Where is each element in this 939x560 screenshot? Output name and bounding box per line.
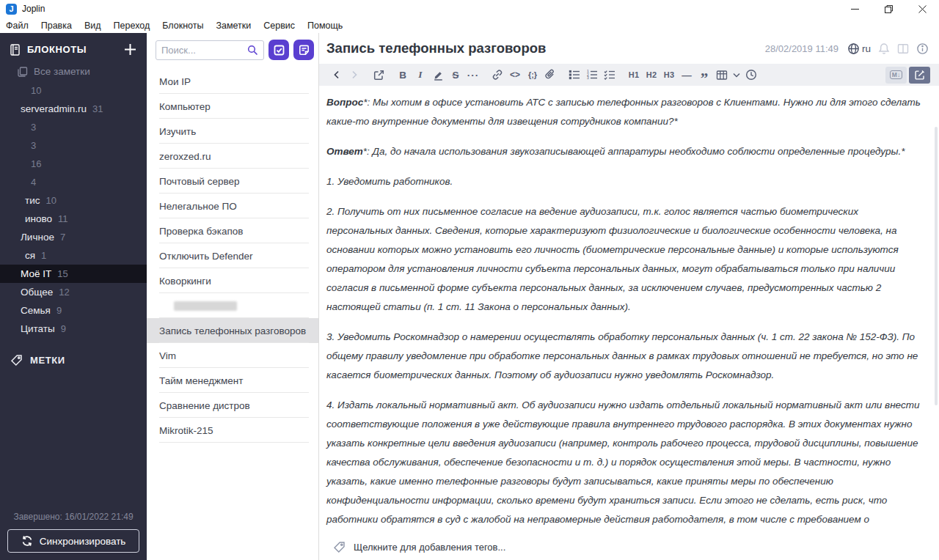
more-options-icon[interactable]: ··· — [464, 66, 482, 84]
markdown-editor-toggle[interactable]: M↓ — [885, 67, 907, 84]
restore-window-icon[interactable] — [872, 0, 905, 18]
bulleted-list-icon[interactable] — [566, 66, 583, 84]
menu-item[interactable]: Помощь — [307, 21, 343, 31]
note-list-item[interactable] — [147, 293, 318, 318]
minimize-icon[interactable] — [838, 0, 872, 18]
note-body[interactable]: Вопрос*: Мы хотим в офисе установить АТС… — [319, 86, 939, 534]
note-count-badge: 1 — [41, 246, 46, 265]
note-list-item[interactable]: Сравнение дистров — [147, 393, 318, 418]
note-count-badge: 9 — [61, 320, 66, 338]
sidebar-item-all-notes[interactable]: Все заметки — [0, 63, 147, 81]
menu-item[interactable]: Файл — [6, 21, 29, 31]
note-count-badge: 11 — [58, 210, 68, 228]
note-list-item[interactable]: zeroxzed.ru — [147, 144, 318, 169]
menu-item[interactable]: Блокноты — [162, 21, 203, 31]
note-list-item[interactable]: Компьютер — [147, 94, 318, 119]
sidebar-notebook-item[interactable]: serveradmin.ru 31 — [0, 100, 147, 118]
new-notebook-plus-icon[interactable] — [124, 43, 136, 56]
note-list-item[interactable]: Почтовый сервер — [147, 169, 318, 194]
menu-item[interactable]: Правка — [41, 21, 72, 31]
heading3-button[interactable]: H3 — [660, 66, 678, 84]
note-properties-info-icon[interactable] — [916, 43, 929, 55]
note-list-item[interactable]: Проверка бэкапов — [147, 218, 318, 243]
sidebar-notebook-item[interactable]: Общее 12 — [0, 283, 147, 301]
chevron-down-icon[interactable] — [731, 66, 742, 84]
note-list-item[interactable]: Нелегальное ПО — [147, 194, 318, 218]
highlight-pen-icon[interactable] — [429, 66, 447, 84]
note-count-badge: 9 — [56, 301, 62, 320]
spellcheck-globe-icon[interactable] — [847, 43, 860, 55]
horizontal-rule-button[interactable]: — — [678, 66, 695, 84]
code-block-button[interactable]: {;} — [524, 66, 541, 84]
tag-bar[interactable]: Щелкните для добавления тегов... — [319, 534, 939, 560]
heading2-button[interactable]: H2 — [643, 66, 660, 84]
sidebar-notebook-item[interactable]: ся 1 — [0, 246, 59, 265]
note-page-icon — [299, 45, 310, 56]
note-title[interactable]: Запись телефонных разговоров — [326, 40, 758, 56]
richtext-editor-toggle[interactable] — [909, 67, 930, 84]
editor-layout-toggle: M↓ — [885, 67, 930, 84]
editor-scrollbar[interactable] — [935, 127, 938, 405]
bold-button[interactable]: B — [394, 66, 412, 84]
note-count-badge: 3 — [31, 136, 36, 155]
sidebar-notebook-item[interactable]: 3 — [0, 118, 70, 136]
sidebar-notebook-item[interactable]: тис 10 — [0, 191, 40, 210]
inline-code-button[interactable]: <> — [506, 66, 524, 84]
checkbox-check-icon — [274, 45, 285, 56]
synchronise-button[interactable]: Синхронизировать — [7, 529, 139, 553]
new-note-button[interactable] — [293, 40, 314, 60]
note-list-item[interactable]: Отключить Defender — [147, 243, 318, 268]
italic-button[interactable]: I — [412, 66, 429, 84]
note-count-badge: 7 — [60, 228, 65, 246]
note-list-item[interactable]: Тайм менеджмент — [147, 368, 318, 393]
toggle-sidebar-layout-icon[interactable] — [897, 43, 909, 54]
sidebar-notebook-item[interactable]: Моё IT 15 — [0, 265, 147, 283]
strikethrough-button[interactable]: S — [447, 66, 464, 84]
heading1-button[interactable]: H1 — [625, 66, 643, 84]
note-paragraph: Ответ*: Да, до начала использования звук… — [326, 142, 921, 161]
alarm-bell-icon[interactable] — [878, 43, 890, 55]
sidebar-notebook-item[interactable]: Цитаты 9 — [0, 320, 147, 338]
note-list: Мои IP Компьютер Изучить zeroxzed.ru — [147, 69, 318, 443]
menu-item[interactable]: Переход — [114, 21, 150, 31]
editor-panel: Запись телефонных разговоров 28/02/2019 … — [319, 33, 939, 560]
note-list-item[interactable]: Vim — [147, 343, 318, 368]
note-paragraph: 4. Издать локальный нормативный акт. Об … — [326, 396, 921, 534]
note-list-item[interactable]: Мои IP — [147, 69, 318, 94]
blockquote-button[interactable]: ” — [695, 66, 713, 84]
note-list-item[interactable]: Mikrotik-215 — [147, 418, 318, 443]
attach-file-icon[interactable] — [541, 66, 559, 84]
sidebar-tags-section: МЕТКИ — [0, 354, 147, 366]
all-notes-icon — [18, 67, 28, 77]
sidebar-notebook-item[interactable]: 3 — [0, 136, 44, 155]
sidebar-notebook-item[interactable]: иново 11 — [0, 210, 40, 228]
note-paragraph: 2. Получить от них письменное согласие н… — [326, 202, 921, 317]
note-count-badge: 31 — [92, 100, 103, 118]
back-icon[interactable] — [328, 66, 346, 84]
joplin-logo-icon: J — [6, 4, 17, 15]
note-list-item[interactable]: Запись телефонных разговоров — [147, 318, 318, 343]
checklist-icon[interactable] — [601, 66, 618, 84]
new-todo-button[interactable] — [268, 40, 289, 60]
sidebar-notebook-item[interactable]: Семья 9 — [0, 301, 147, 320]
note-list-item[interactable]: Изучить — [147, 119, 318, 144]
note-paragraph: Вопрос*: Мы хотим в офисе установить АТС… — [326, 93, 921, 131]
menu-item[interactable]: Вид — [84, 21, 101, 31]
search-input[interactable] — [161, 45, 247, 56]
hyperlink-icon[interactable] — [489, 66, 506, 84]
tag-icon — [10, 354, 23, 366]
sidebar-notebook-item[interactable]: 16 — [0, 155, 33, 173]
menu-item[interactable]: Заметки — [216, 21, 251, 31]
external-edit-icon[interactable] — [370, 66, 387, 84]
sidebar-notebook-item[interactable]: 4 — [0, 173, 35, 191]
forward-icon[interactable] — [346, 66, 363, 84]
sidebar-notebook-item[interactable]: 10 — [0, 81, 37, 100]
note-list-item[interactable]: Коворкинги — [147, 268, 318, 293]
insert-table-icon[interactable] — [713, 66, 731, 84]
menu-item[interactable]: Сервис — [263, 21, 295, 31]
close-icon[interactable] — [905, 0, 939, 18]
sidebar-notebook-item[interactable]: Личное 7 — [0, 228, 147, 246]
note-date: 28/02/2019 11:49 — [765, 43, 838, 54]
numbered-list-icon[interactable]: 1 2 3 — [583, 66, 601, 84]
insert-datetime-clock-icon[interactable] — [742, 66, 760, 84]
